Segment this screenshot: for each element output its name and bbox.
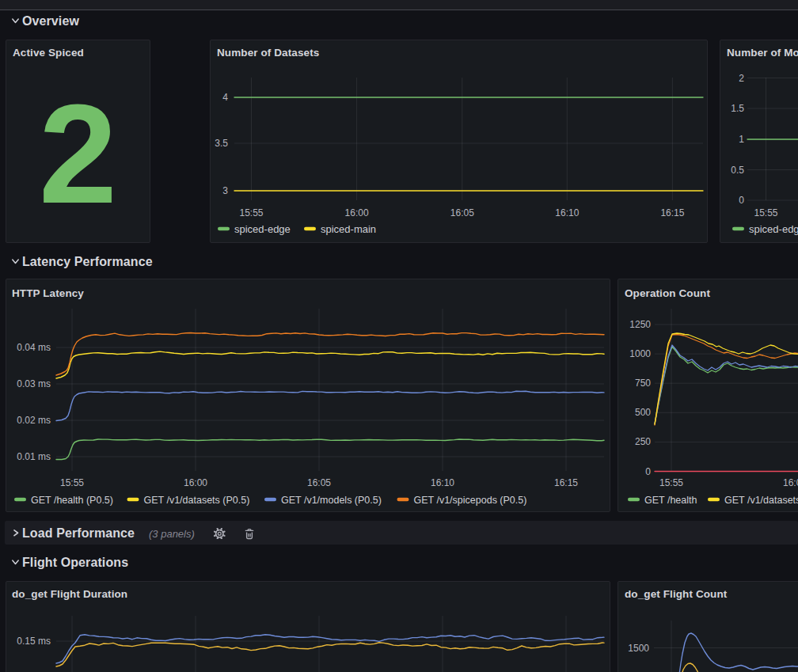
svg-text:0.5: 0.5 — [731, 165, 744, 176]
svg-text:GET /v1/datasets (P0.5): GET /v1/datasets (P0.5) — [144, 495, 250, 506]
svg-text:0: 0 — [645, 466, 651, 477]
svg-text:16:00: 16:00 — [783, 477, 798, 488]
svg-text:spiced-edge: spiced-edge — [749, 223, 798, 235]
svg-text:spiced-main: spiced-main — [321, 223, 376, 235]
svg-text:0.02 ms: 0.02 ms — [17, 415, 51, 426]
svg-text:16:00: 16:00 — [345, 207, 369, 218]
svg-text:spiced-edge: spiced-edge — [234, 223, 291, 235]
svg-text:2: 2 — [739, 73, 744, 84]
svg-text:15:55: 15:55 — [239, 207, 263, 218]
svg-text:15:55: 15:55 — [60, 477, 84, 488]
svg-text:GET /v1/models (P0.5): GET /v1/models (P0.5) — [281, 495, 382, 506]
svg-text:16:05: 16:05 — [307, 477, 331, 488]
svg-text:500: 500 — [635, 407, 651, 418]
svg-text:3: 3 — [222, 185, 228, 196]
svg-text:16:00: 16:00 — [184, 477, 207, 488]
svg-text:GET /v1/datasets: GET /v1/datasets — [724, 495, 798, 506]
svg-text:0.03 ms: 0.03 ms — [17, 378, 51, 389]
svg-text:750: 750 — [635, 378, 651, 389]
svg-text:16:15: 16:15 — [660, 207, 684, 218]
svg-text:1: 1 — [739, 134, 744, 145]
svg-text:16:10: 16:10 — [431, 477, 454, 488]
svg-text:15:55: 15:55 — [659, 477, 683, 488]
svg-text:1250: 1250 — [629, 319, 651, 330]
svg-text:1500: 1500 — [628, 643, 649, 654]
svg-text:1.5: 1.5 — [731, 103, 744, 114]
svg-text:0.04 ms: 0.04 ms — [17, 342, 51, 353]
svg-text:16:05: 16:05 — [450, 207, 474, 218]
svg-text:4: 4 — [222, 92, 228, 103]
svg-text:250: 250 — [635, 436, 651, 447]
svg-text:0.01 ms: 0.01 ms — [17, 451, 51, 462]
svg-text:16:10: 16:10 — [555, 207, 579, 218]
svg-text:15:55: 15:55 — [754, 207, 777, 218]
svg-text:GET /health (P0.5): GET /health (P0.5) — [31, 495, 113, 506]
svg-text:16:15: 16:15 — [554, 477, 578, 488]
svg-text:GET /health: GET /health — [644, 495, 697, 506]
svg-text:3.5: 3.5 — [215, 138, 228, 149]
svg-text:1000: 1000 — [629, 348, 651, 359]
svg-text:0.15 ms: 0.15 ms — [17, 636, 51, 647]
svg-text:GET /v1/spicepods (P0.5): GET /v1/spicepods (P0.5) — [414, 495, 527, 506]
svg-text:0: 0 — [739, 195, 744, 206]
